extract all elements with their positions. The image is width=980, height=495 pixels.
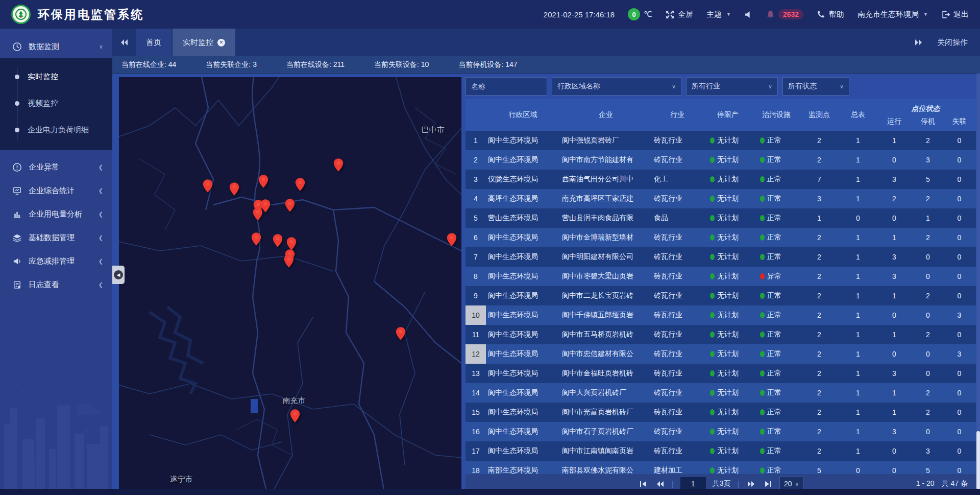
column-header: 治污设施 [753, 99, 800, 131]
table-row[interactable]: 12阆中生态环境局阆中市忠信建材有限公砖瓦行业无计划正常21003 [465, 344, 976, 364]
table-row[interactable]: 16阆中生态环境局阆中市石子页岩机砖厂砖瓦行业无计划正常21300 [465, 422, 976, 441]
table-row[interactable]: 17阆中生态环境局阆中市江南镇阆南页岩砖瓦行业无计划正常21030 [465, 441, 976, 461]
map-pin-icon[interactable] [283, 254, 294, 270]
table-row[interactable]: 13阆中生态环境局阆中市金福旺页岩机砖砖瓦行业无计划正常21300 [465, 364, 976, 383]
next-page-button[interactable] [746, 480, 756, 488]
first-page-button[interactable] [638, 480, 648, 488]
close-operations-button[interactable]: 关闭操作 [937, 38, 968, 48]
sidebar-item-2[interactable]: 企业综合统计❮ [0, 179, 112, 202]
status-filter-select[interactable]: 所有状态∨ [782, 77, 849, 96]
cell-points: 2 [800, 447, 839, 455]
cell-run: 3 [877, 253, 911, 261]
cell-limit-status: 无计划 [703, 233, 753, 242]
logout-button[interactable]: 退出 [941, 10, 969, 19]
map-pin-icon[interactable] [289, 409, 300, 425]
map-pin-icon[interactable] [272, 233, 283, 250]
tab-1[interactable]: 实时监控✕ [173, 29, 235, 56]
table-row[interactable]: 9阆中生态环境局阆中市二龙长宝页岩砖砖瓦行业无计划正常21120 [465, 286, 976, 305]
map-pin-icon[interactable] [396, 327, 406, 343]
cell-industry: 砖瓦行业 [652, 155, 703, 164]
industry-filter-select[interactable]: 所有行业∨ [686, 77, 778, 96]
sidebar-item-label: 企业综合统计 [29, 186, 75, 196]
last-page-button[interactable] [763, 480, 773, 488]
name-filter-input[interactable] [465, 77, 547, 96]
sidebar-item-4[interactable]: 基础数据管理❮ [0, 226, 112, 249]
sidebar-item-6[interactable]: 日志查看❮ [0, 273, 112, 296]
cell-lost: 0 [945, 292, 974, 300]
map-pin-icon[interactable] [258, 175, 269, 191]
status-dot-icon [760, 429, 765, 435]
megaphone-icon [12, 256, 22, 266]
cell-company: 阆中千佛镇五郎垭页岩 [560, 311, 652, 320]
region-filter-select[interactable]: 行政区域名称∨ [552, 77, 681, 96]
cell-facility-status: 正常 [753, 291, 800, 300]
sidebar-item-1[interactable]: 企业异常❮ [0, 155, 112, 179]
table-row[interactable]: 1阆中生态环境局阆中强锐页岩砖厂砖瓦行业无计划正常21120 [465, 131, 976, 150]
table-row[interactable]: 10阆中生态环境局阆中千佛镇五郎垭页岩砖瓦行业无计划正常21003 [465, 305, 976, 325]
tab-label: 实时监控 [183, 38, 213, 48]
status-dot-icon [710, 409, 715, 415]
map-pin-icon[interactable] [229, 182, 240, 198]
table-row[interactable]: 6阆中生态环境局阆中市金博瑞新型墙材砖瓦行业无计划正常21120 [465, 228, 976, 247]
sidebar-item-3[interactable]: 企业用电量分析❮ [0, 202, 112, 226]
map-pin-icon[interactable] [202, 179, 213, 196]
status-dot-icon [760, 137, 765, 144]
cell-industry: 砖瓦行业 [652, 311, 703, 320]
tabs-scroll-left-button[interactable] [112, 29, 136, 56]
status-dot-icon [710, 137, 715, 144]
table-row[interactable]: 5营山生态环境局营山县润丰肉食品有限食品无计划正常10010 [465, 208, 976, 228]
table-row[interactable]: 18南部生态环境局南部县双佛水泥有限公建材加工无计划正常50050 [465, 461, 976, 474]
sidebar-collapse-button[interactable]: ◀ [112, 266, 125, 284]
table-row[interactable]: 8阆中生态环境局阆中市枣碧大梁山页岩砖瓦行业无计划异常21300 [465, 267, 976, 286]
table-row[interactable]: 2阆中生态环境局阆中市南方节能建材有砖瓦行业无计划正常21030 [465, 150, 976, 170]
sidebar-subitem[interactable]: 视频监控 [0, 90, 112, 116]
scrollbar-thumb[interactable] [976, 431, 980, 489]
table-row[interactable]: 4高坪生态环境局南充市高坪区王家店建砖瓦行业无计划正常31220 [465, 189, 976, 208]
status-dot-icon [710, 467, 715, 474]
table-row[interactable]: 3仪陇生态环境局西南油气田分公司川中化工无计划正常71350 [465, 170, 976, 189]
cell-points: 2 [800, 253, 839, 261]
table-row[interactable]: 11阆中生态环境局阆中市五马桥页岩机砖砖瓦行业无计划正常21120 [465, 325, 976, 344]
table-row[interactable]: 15阆中生态环境局阆中市光富页岩机砖厂砖瓦行业无计划正常21120 [465, 403, 976, 422]
chevron-left-icon: ❮ [99, 164, 103, 171]
cell-lost: 0 [945, 156, 974, 164]
cell-run: 1 [877, 408, 911, 416]
mute-button[interactable] [744, 10, 753, 19]
map-pin-icon[interactable] [251, 232, 262, 248]
theme-dropdown[interactable]: 主题▼ [706, 10, 731, 19]
map-pin-icon[interactable] [252, 207, 263, 223]
column-subheader: 停机 [911, 114, 945, 131]
sidebar-subitem[interactable]: 实时监控 [0, 63, 112, 90]
cell-run: 0 [877, 311, 911, 319]
sidebar-item-label: 数据监测 [29, 42, 59, 52]
table-row[interactable]: 7阆中生态环境局阆中明阳建材有限公司砖瓦行业无计划正常21300 [465, 247, 976, 267]
status-dot-icon [760, 234, 765, 241]
table-scrollbar[interactable] [976, 74, 980, 489]
sidebar-item-0[interactable]: 数据监测∨ [0, 35, 112, 58]
map-panel[interactable]: 巴中市南充市遂宁市 [119, 77, 461, 493]
cell-index: 5 [465, 208, 486, 228]
sidebar-subitem[interactable]: 企业电力负荷明细 [0, 116, 112, 143]
cell-lost: 3 [945, 350, 974, 358]
cell-meters: 1 [839, 175, 877, 183]
fullscreen-button[interactable]: 全屏 [666, 10, 693, 19]
tab-close-icon[interactable]: ✕ [217, 39, 225, 46]
table-row[interactable]: 14阆中生态环境局阆中大兴页岩机砖厂砖瓦行业无计划正常21120 [465, 383, 976, 403]
notifications[interactable]: 2632 [766, 9, 803, 19]
cell-run: 0 [877, 156, 911, 164]
cell-stop: 2 [911, 331, 945, 339]
prev-page-button[interactable] [655, 480, 665, 488]
status-dot-icon [760, 215, 765, 221]
cell-industry: 砖瓦行业 [652, 446, 703, 456]
cell-facility-status: 正常 [753, 311, 800, 320]
sidebar-item-5[interactable]: 应急减排管理❮ [0, 249, 112, 273]
help-button[interactable]: 帮助 [817, 10, 844, 19]
org-dropdown[interactable]: 南充市生态环境局▼ [857, 10, 928, 19]
tab-0[interactable]: 首页 [136, 29, 172, 56]
double-chevron-right-icon[interactable] [915, 39, 923, 46]
map-pin-icon[interactable] [295, 177, 305, 194]
map-pin-icon[interactable] [447, 233, 457, 249]
map-pin-icon[interactable] [284, 198, 295, 215]
cell-stop: 2 [911, 389, 945, 397]
map-pin-icon[interactable] [333, 158, 344, 174]
